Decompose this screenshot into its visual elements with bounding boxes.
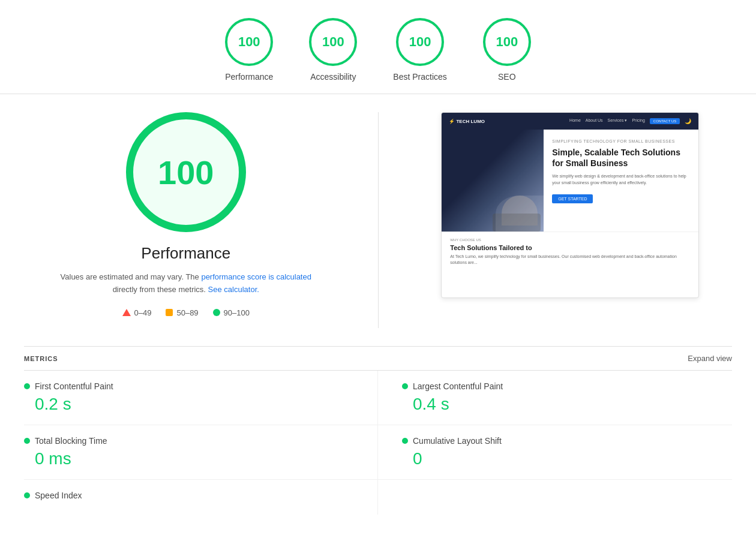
preview-section-label: WHY CHOOSE US	[450, 238, 690, 242]
preview-hero-cta: GET STARTED	[552, 194, 593, 203]
metric-si-name: Speed Index	[35, 491, 82, 500]
metric-si-dot	[24, 492, 30, 498]
top-scores-bar: 100 Performance 100 Accessibility 100 Be…	[0, 0, 756, 94]
perf-score-link[interactable]: performance score is calculated	[201, 272, 311, 281]
perf-description: Values are estimated and may vary. The p…	[61, 271, 311, 296]
preview-section: WHY CHOOSE US Tech Solutions Tailored to…	[442, 232, 698, 272]
metric-tbt: Total Blocking Time 0 ms	[24, 425, 378, 480]
metrics-title: METRICS	[24, 355, 58, 362]
metric-fcp-header: First Contentful Paint	[24, 381, 353, 391]
legend-mid-icon	[166, 309, 173, 316]
big-score-circle: 100	[126, 112, 246, 232]
preview-hero: SIMPLIFYING TECHNOLOGY FOR SMALL BUSINES…	[442, 130, 698, 232]
calculator-link[interactable]: See calculator.	[208, 285, 259, 294]
metric-lcp-header: Largest Contentful Paint	[402, 381, 732, 391]
metrics-header: METRICS Expand view	[24, 346, 732, 371]
metric-cls: Cumulative Layout Shift 0	[378, 425, 732, 480]
preview-hero-subtitle: SIMPLIFYING TECHNOLOGY FOR SMALL BUSINES…	[552, 139, 690, 143]
right-panel: ⚡ TECH LUMO Home About Us Services ▾ Pri…	[409, 112, 733, 328]
metric-cls-header: Cumulative Layout Shift	[402, 436, 732, 446]
preview-nav-home: Home	[569, 118, 581, 124]
score-legend: 0–49 50–89 90–100	[122, 308, 250, 317]
score-circle-accessibility: 100	[309, 18, 357, 66]
score-accessibility: 100 Accessibility	[309, 18, 357, 82]
vertical-divider	[378, 112, 379, 328]
preview-hero-title: Simple, Scalable Tech Solutions for Smal…	[552, 147, 690, 169]
metrics-section: METRICS Expand view First Contentful Pai…	[0, 346, 756, 533]
expand-view-button[interactable]: Expand view	[688, 354, 732, 363]
preview-navbar: ⚡ TECH LUMO Home About Us Services ▾ Pri…	[442, 113, 698, 130]
preview-nav-services: Services ▾	[608, 118, 628, 124]
score-performance: 100 Performance	[225, 18, 273, 82]
preview-nav-cta: CONTACT US	[650, 118, 680, 124]
metric-tbt-name: Total Blocking Time	[35, 436, 107, 446]
score-best-practices: 100 Best Practices	[393, 18, 446, 82]
legend-low-label: 0–49	[134, 308, 152, 317]
metric-fcp-name: First Contentful Paint	[35, 381, 113, 391]
legend-mid-label: 50–89	[176, 308, 198, 317]
main-content: 100 Performance Values are estimated and…	[0, 94, 756, 346]
left-panel: 100 Performance Values are estimated and…	[24, 112, 348, 328]
metric-si: Speed Index	[24, 480, 378, 515]
score-seo: 100 SEO	[483, 18, 531, 82]
legend-high-label: 90–100	[224, 308, 250, 317]
preview-section-title: Tech Solutions Tailored to	[450, 244, 690, 251]
score-circle-seo: 100	[483, 18, 531, 66]
legend-low: 0–49	[122, 308, 152, 317]
metric-tbt-header: Total Blocking Time	[24, 436, 353, 446]
metric-lcp-dot	[402, 383, 408, 389]
metric-tbt-value: 0 ms	[24, 449, 353, 468]
score-label-best-practices: Best Practices	[393, 72, 446, 82]
website-preview: ⚡ TECH LUMO Home About Us Services ▾ Pri…	[441, 112, 699, 298]
preview-dark-toggle: 🌙	[685, 118, 691, 124]
preview-nav-links: Home About Us Services ▾ Pricing CONTACT…	[569, 118, 691, 124]
preview-nav-pricing: Pricing	[632, 118, 644, 124]
metric-cls-value: 0	[402, 449, 732, 468]
score-circle-performance: 100	[225, 18, 273, 66]
preview-hero-text: SIMPLIFYING TECHNOLOGY FOR SMALL BUSINES…	[544, 130, 698, 232]
legend-low-icon	[122, 309, 131, 316]
metric-cls-dot	[402, 438, 408, 444]
legend-high: 90–100	[213, 308, 250, 317]
desc-prefix: Values are estimated and may vary. The	[61, 272, 202, 281]
perf-title: Performance	[141, 244, 230, 263]
metric-si-header: Speed Index	[24, 491, 353, 500]
preview-hero-image	[442, 130, 544, 232]
metric-empty	[378, 480, 732, 515]
score-circle-best-practices: 100	[396, 18, 444, 66]
metric-fcp: First Contentful Paint 0.2 s	[24, 371, 378, 425]
preview-nav-about: About Us	[586, 118, 603, 124]
metric-lcp-name: Largest Contentful Paint	[413, 381, 503, 391]
legend-mid: 50–89	[166, 308, 198, 317]
metric-cls-name: Cumulative Layout Shift	[413, 436, 502, 446]
legend-high-icon	[213, 309, 220, 316]
metric-lcp: Largest Contentful Paint 0.4 s	[378, 371, 732, 425]
score-label-seo: SEO	[498, 72, 516, 82]
metrics-grid: First Contentful Paint 0.2 s Largest Con…	[24, 371, 732, 515]
big-score-container: 100	[126, 112, 246, 232]
metric-fcp-dot	[24, 383, 30, 389]
metric-fcp-value: 0.2 s	[24, 395, 353, 414]
preview-hero-desc: We simplify web design & development and…	[552, 173, 690, 186]
preview-logo: ⚡ TECH LUMO	[449, 119, 485, 124]
metric-tbt-dot	[24, 438, 30, 444]
preview-section-text: At Tech Lumo, we simplify technology for…	[450, 254, 690, 266]
metric-lcp-value: 0.4 s	[402, 395, 732, 414]
score-label-accessibility: Accessibility	[310, 72, 356, 82]
score-label-performance: Performance	[225, 72, 273, 82]
desc-middle: directly from these metrics.	[113, 285, 208, 294]
